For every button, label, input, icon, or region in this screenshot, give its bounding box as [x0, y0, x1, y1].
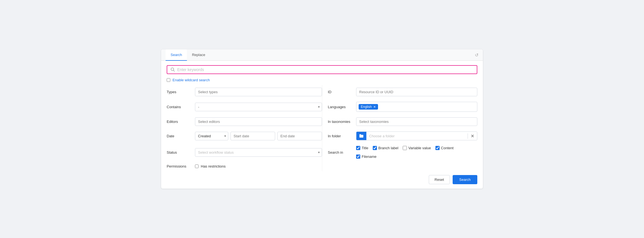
- filter-id-row: ID: [322, 85, 477, 99]
- search-in-label: Search in: [328, 150, 353, 155]
- filter-languages-row: Languages English ✕: [322, 99, 477, 115]
- permissions-label: Permissions: [167, 164, 192, 168]
- search-bar-area: [161, 61, 483, 76]
- filter-search-in-row: Search in Title Branch label Variable va…: [322, 143, 477, 161]
- search-in-variable-value: Variable value: [403, 146, 431, 150]
- filter-grid: Types ID Contains - All Images Vide: [161, 85, 483, 171]
- search-in-filename: Filename: [356, 155, 376, 159]
- id-input[interactable]: [356, 88, 477, 96]
- start-date-input[interactable]: [230, 132, 275, 140]
- folder-placeholder: Choose a folder: [366, 134, 468, 138]
- search-in-wrap: Title Branch label Variable value Conten…: [356, 146, 477, 159]
- taxonomies-control: [356, 117, 477, 126]
- tab-replace[interactable]: Replace: [187, 49, 210, 61]
- title-checkbox[interactable]: [356, 146, 360, 150]
- wildcard-label[interactable]: Enable wildcard search: [173, 78, 210, 82]
- end-date-input[interactable]: [277, 132, 322, 140]
- search-in-title: Title: [356, 146, 368, 150]
- filter-taxonomies-row: In taxonomies: [322, 115, 477, 129]
- taxonomies-input[interactable]: [356, 117, 477, 126]
- folder-icon-button[interactable]: [356, 132, 366, 140]
- tab-search[interactable]: Search: [166, 49, 187, 61]
- permissions-control: Has restrictions: [195, 164, 322, 168]
- folder-clear-icon[interactable]: ✕: [468, 133, 477, 139]
- types-input[interactable]: [195, 88, 322, 96]
- svg-line-1: [174, 70, 175, 72]
- taxonomies-label: In taxonomies: [328, 120, 353, 124]
- status-control: Select workflow status ▾: [195, 148, 322, 157]
- has-restrictions-label: Has restrictions: [201, 164, 226, 168]
- branch-label-check-label: Branch label: [378, 146, 398, 150]
- date-row-group: Created Modified Published ▾: [195, 132, 322, 140]
- filter-empty-right: [322, 161, 477, 171]
- search-in-branch-label: Branch label: [373, 146, 398, 150]
- types-label: Types: [167, 90, 192, 94]
- date-type-select[interactable]: Created Modified Published: [195, 132, 228, 140]
- contains-label: Contains: [167, 105, 192, 109]
- variable-value-check-label: Variable value: [408, 146, 431, 150]
- variable-value-checkbox[interactable]: [403, 146, 407, 150]
- status-label: Status: [167, 150, 192, 155]
- search-icon: [171, 67, 175, 72]
- content-checkbox[interactable]: [435, 146, 440, 150]
- editors-input[interactable]: [195, 117, 322, 126]
- date-type-wrap: Created Modified Published ▾: [195, 132, 228, 140]
- english-tag-label: English: [361, 105, 372, 109]
- id-control: [356, 88, 477, 96]
- refresh-icon[interactable]: ↺: [475, 49, 478, 60]
- editors-label: Editors: [167, 120, 192, 124]
- title-check-label: Title: [362, 146, 368, 150]
- languages-control: English ✕: [356, 102, 477, 112]
- wildcard-checkbox[interactable]: [167, 78, 170, 82]
- has-restrictions-checkbox[interactable]: [195, 164, 199, 168]
- filename-checkbox[interactable]: [356, 155, 360, 159]
- search-panel: Search Replace ↺ Enable wildcard search …: [161, 49, 483, 189]
- search-button[interactable]: Search: [453, 175, 477, 184]
- id-label: ID: [328, 90, 353, 94]
- english-tag-close[interactable]: ✕: [373, 105, 376, 109]
- reset-button[interactable]: Reset: [429, 175, 450, 184]
- search-in-content: Content: [435, 146, 454, 150]
- filter-editors-row: Editors: [167, 115, 322, 129]
- permissions-row: Has restrictions: [195, 164, 322, 168]
- filter-types-row: Types: [167, 85, 322, 99]
- english-tag: English ✕: [359, 104, 378, 110]
- keyword-input[interactable]: [177, 67, 473, 72]
- search-bar-wrapper: [167, 65, 477, 74]
- editors-control: [195, 117, 322, 126]
- filter-date-row: Date Created Modified Published ▾: [167, 129, 322, 143]
- search-in-control: Title Branch label Variable value Conten…: [356, 146, 477, 159]
- filter-contains-row: Contains - All Images Videos Documents ▾: [167, 99, 322, 115]
- contains-select[interactable]: - All Images Videos Documents: [195, 103, 322, 111]
- wildcard-row: Enable wildcard search: [161, 76, 483, 85]
- status-select[interactable]: Select workflow status: [195, 148, 322, 157]
- tab-bar: Search Replace ↺: [161, 49, 483, 61]
- actions-row: Reset Search: [161, 171, 483, 189]
- folder-control: Choose a folder ✕: [356, 131, 477, 140]
- folder-wrap: Choose a folder ✕: [356, 131, 477, 140]
- filter-status-row: Status Select workflow status ▾: [167, 143, 322, 161]
- filter-permissions-row: Permissions Has restrictions: [167, 161, 322, 171]
- contains-control: - All Images Videos Documents ▾: [195, 103, 322, 111]
- folder-label: In folder: [328, 134, 353, 138]
- filter-folder-row: In folder Choose a folder ✕: [322, 129, 477, 143]
- types-control: [195, 88, 322, 96]
- content-check-label: Content: [441, 146, 454, 150]
- languages-input-wrap[interactable]: English ✕: [356, 102, 477, 112]
- branch-label-checkbox[interactable]: [373, 146, 377, 150]
- filename-check-label: Filename: [362, 155, 376, 159]
- date-control: Created Modified Published ▾: [195, 132, 322, 140]
- date-label: Date: [167, 134, 192, 138]
- languages-label: Languages: [328, 105, 353, 109]
